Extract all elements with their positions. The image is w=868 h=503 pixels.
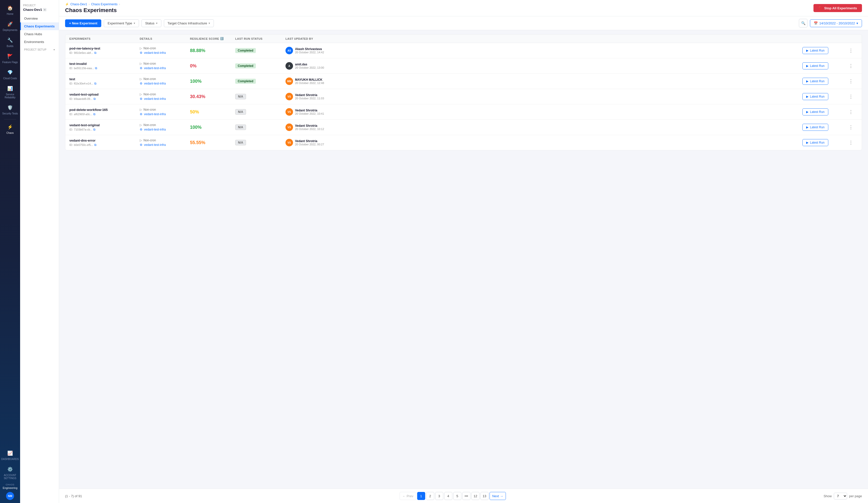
table-row: vedant-test-upload ID: b9aaedd8-09... ⧉ … <box>65 89 862 104</box>
page-12-button[interactable]: 12 <box>472 492 479 500</box>
sub-nav-environments[interactable]: Environments <box>20 38 59 46</box>
latest-run-button[interactable]: ▶ Latest Run <box>803 124 828 131</box>
infra-link[interactable]: ⚙ vedant-test-infra <box>140 67 190 70</box>
date-range-filter[interactable]: 📅 14/10/2022 - 20/10/2022 ▾ <box>810 19 862 27</box>
new-experiment-button[interactable]: + New Experiment <box>65 19 101 27</box>
infra-icon: ⚙ <box>140 128 143 131</box>
copy-icon[interactable]: ⧉ <box>94 82 96 85</box>
experiment-type-filter[interactable]: Experiment Type ▾ <box>104 19 139 27</box>
copy-icon[interactable]: ⧉ <box>93 112 95 116</box>
page-3-button[interactable]: 3 <box>435 492 443 500</box>
sidebar-item-account-settings[interactable]: ⚙️ ACCOUNT SETTINGS <box>0 463 20 482</box>
exp-name[interactable]: pod-delete-workflow-165 <box>69 108 140 112</box>
more-options-button[interactable]: ⋮ <box>848 93 854 100</box>
latest-run-button[interactable]: ▶ Latest Run <box>803 93 828 100</box>
infra-link[interactable]: ⚙ vedant-test-infra <box>140 51 190 54</box>
prev-button[interactable]: ← Prev <box>400 492 416 500</box>
breadcrumb-section[interactable]: Chaos Experiments <box>91 2 117 6</box>
more-options-button[interactable]: ⋮ <box>848 78 854 85</box>
sidebar-item-cloud-costs[interactable]: 💎 Cloud Costs <box>0 67 20 82</box>
copy-icon[interactable]: ⧉ <box>93 128 95 131</box>
copy-icon[interactable]: ⧉ <box>94 143 96 147</box>
latest-run-button[interactable]: ▶ Latest Run <box>803 78 828 85</box>
infra-link[interactable]: ⚙ vedant-test-infra <box>140 143 190 147</box>
sidebar-item-dashboards[interactable]: 📈 DASHBOARDS <box>0 447 20 463</box>
pagination: (1 - 7) of 91 ← Prev 1 2 3 4 5 ••• 12 13… <box>59 489 868 503</box>
user-cell: VS Vedant Shrotria 20 October 2022, 00:2… <box>286 139 803 147</box>
infra-link[interactable]: ⚙ vedant-test-infra <box>140 97 190 101</box>
infra-link[interactable]: ⚙ vedant-test-infra <box>140 128 190 131</box>
user-name: Akash Shrivastava <box>295 47 324 51</box>
stop-label: Stop All Experiments <box>824 6 857 10</box>
latest-run-button[interactable]: ▶ Latest Run <box>803 62 828 69</box>
cron-type: Non-cron <box>144 92 156 96</box>
infra-link[interactable]: ⚙ vedant-test-infra <box>140 112 190 116</box>
project-setup-section[interactable]: PROJECT SETUP ▾ <box>20 46 59 52</box>
per-page-select[interactable]: 7 15 25 50 <box>834 493 847 500</box>
more-options-button[interactable]: ⋮ <box>848 123 854 131</box>
score-cell: 100% <box>190 125 235 130</box>
sidebar-item-builds[interactable]: 🔧 Builds <box>0 34 20 50</box>
details-cell: ▷ Non-cron ⚙ vedant-test-infra <box>140 47 190 54</box>
non-cron: ▷ Non-cron <box>140 77 190 81</box>
breadcrumb-project[interactable]: Chaos-Dev1 <box>70 2 87 6</box>
page-2-button[interactable]: 2 <box>426 492 434 500</box>
non-cron: ▷ Non-cron <box>140 108 190 111</box>
user-cell: AS Akash Shrivastava 20 October 2022, 14… <box>286 47 803 54</box>
exp-name[interactable]: test <box>69 77 140 81</box>
sub-nav-chaos-hubs[interactable]: Chaos Hubs <box>20 30 59 38</box>
sidebar-item-security-tests[interactable]: 🛡️ Security Tests <box>0 102 20 118</box>
page-5-button[interactable]: 5 <box>453 492 462 500</box>
copy-icon[interactable]: ⧉ <box>93 97 96 101</box>
sidebar-item-chaos[interactable]: ⚡ Chaos <box>0 121 20 137</box>
calendar-icon: 📅 <box>814 21 818 25</box>
latest-run-button[interactable]: ▶ Latest Run <box>803 108 828 115</box>
more-options-button[interactable]: ⋮ <box>848 47 854 54</box>
latest-run-icon: ▶ <box>806 110 808 114</box>
sidebar-item-home[interactable]: 🏠 Home <box>0 2 20 18</box>
more-cell: ⋮ <box>848 62 858 70</box>
more-options-button[interactable]: ⋮ <box>848 62 854 70</box>
sub-nav-chaos-experiments[interactable]: Chaos Experiments <box>20 22 59 30</box>
project-name[interactable]: Chaos-Dev1 » <box>23 7 56 12</box>
status-filter[interactable]: Status ▾ <box>142 19 161 27</box>
exp-name[interactable]: vedant-test-upload <box>69 92 140 96</box>
user-date: 20 October 2022, 10:12 <box>295 128 324 131</box>
stop-all-button[interactable]: 🚫 Stop All Experiments <box>814 4 862 12</box>
sidebar: 🏠 Home 🚀 Deployments 🔧 Builds 🚩 Feature … <box>0 0 20 503</box>
copy-icon[interactable]: ⧉ <box>95 67 97 70</box>
user-name: Vedant Shrotria <box>295 109 324 112</box>
exp-name[interactable]: vedant-dns-error <box>69 139 140 142</box>
latest-run-icon: ▶ <box>806 95 808 98</box>
sidebar-bottom: 📈 DASHBOARDS ⚙️ ACCOUNT SETTINGS CHAOS E… <box>0 447 20 501</box>
latest-run-button[interactable]: ▶ Latest Run <box>803 139 828 146</box>
sidebar-item-deployments[interactable]: 🚀 Deployments <box>0 18 20 34</box>
page-info: (1 - 7) of 91 <box>65 494 82 498</box>
status-badge: Completed <box>235 63 256 68</box>
copy-icon[interactable]: ⧉ <box>94 51 96 54</box>
sub-nav-overview[interactable]: Overview <box>20 14 59 22</box>
sidebar-label-deployments: Deployments <box>3 29 17 32</box>
exp-id: ID: 9810e6ec-abf... ⧉ <box>69 51 140 54</box>
more-options-button[interactable]: ⋮ <box>848 139 854 147</box>
latest-run-button[interactable]: ▶ Latest Run <box>803 47 828 54</box>
page-4-button[interactable]: 4 <box>444 492 452 500</box>
page-range: 1 - 7 <box>66 494 73 498</box>
exp-name[interactable]: test-invalid <box>69 62 140 66</box>
exp-name[interactable]: pod-nw-latency-test <box>69 47 140 50</box>
next-button[interactable]: Next → <box>489 492 506 500</box>
sidebar-item-feature-flags[interactable]: 🚩 Feature Flags <box>0 50 20 67</box>
more-cell: ⋮ <box>848 139 858 147</box>
infra-name: vedant-test-infra <box>144 67 166 70</box>
page-13-button[interactable]: 13 <box>480 492 488 500</box>
project-label: Project <box>23 4 56 7</box>
stop-icon: 🚫 <box>818 6 823 10</box>
target-chaos-filter[interactable]: Target Chaos Infrastructure ▾ <box>164 19 214 27</box>
exp-name[interactable]: vedant-test-original <box>69 123 140 127</box>
search-button[interactable]: 🔍 <box>799 19 807 28</box>
infra-link[interactable]: ⚙ vedant-test-infra <box>140 82 190 85</box>
more-options-button[interactable]: ⋮ <box>848 108 854 116</box>
page-1-button[interactable]: 1 <box>417 492 425 500</box>
sidebar-item-service-reliability[interactable]: 📊 Service Reliability <box>0 82 20 102</box>
score-cell: 0% <box>190 63 235 69</box>
